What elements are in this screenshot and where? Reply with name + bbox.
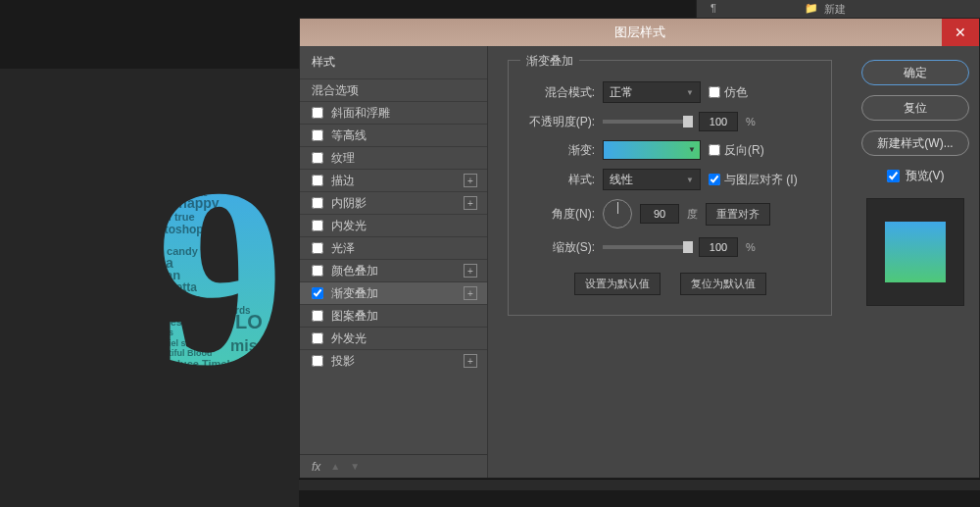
- opacity-slider[interactable]: [603, 120, 691, 124]
- effect-row[interactable]: 等高线: [300, 124, 487, 146]
- effect-label: 外发光: [331, 330, 367, 347]
- scale-label: 缩放(S):: [524, 239, 595, 256]
- svg-text:Shaggy didn: Shaggy didn: [176, 441, 241, 453]
- effect-row[interactable]: 光泽: [300, 236, 487, 259]
- svg-text:2008 Aletta: 2008 Aletta: [135, 280, 197, 294]
- ok-button[interactable]: 确定: [861, 60, 969, 85]
- gradient-picker[interactable]: ▼: [603, 140, 701, 160]
- align-label: 与图层对齐 (I): [724, 172, 798, 188]
- svg-text:reborn true: reborn true: [137, 211, 195, 223]
- effect-row[interactable]: 图案叠加: [300, 304, 487, 327]
- effect-checkbox[interactable]: [312, 197, 323, 209]
- bottom-edge: [299, 479, 980, 490]
- chevron-down-icon: ▼: [686, 88, 694, 97]
- svg-text:hello: hello: [137, 235, 159, 245]
- plus-icon[interactable]: +: [464, 354, 477, 368]
- effect-label: 光泽: [331, 240, 355, 257]
- chevron-down-icon: ▼: [688, 145, 696, 154]
- set-default-button[interactable]: 设置为默认值: [574, 273, 661, 295]
- wordart-layer: 9 touch Favorite Louishappy reborn true …: [127, 167, 314, 471]
- svg-text:OVERDOES: OVERDOES: [201, 392, 240, 399]
- type-icon: ¶: [710, 2, 716, 14]
- opacity-thumb[interactable]: [683, 116, 693, 127]
- dialog-titlebar[interactable]: 图层样式 ✕: [300, 19, 979, 46]
- effect-row[interactable]: 纹理: [300, 146, 487, 169]
- effect-row[interactable]: 内发光: [300, 214, 487, 236]
- effect-row[interactable]: 投影+: [300, 349, 487, 372]
- styles-list: 样式 混合选项 斜面和浮雕等高线纹理描边+内阴影+内发光光泽颜色叠加+渐变叠加+…: [300, 46, 488, 478]
- effect-checkbox[interactable]: [312, 332, 323, 344]
- top-panel: ¶ 📁 新建: [696, 0, 980, 18]
- effect-row[interactable]: 渐变叠加+: [300, 281, 487, 304]
- svg-text:Louishappy: Louishappy: [142, 195, 220, 211]
- effect-label: 纹理: [331, 150, 355, 167]
- preview-well: [866, 198, 964, 306]
- down-arrow-icon[interactable]: ▼: [350, 461, 360, 472]
- svg-text:seduce Timeles: seduce Timeles: [162, 358, 242, 370]
- svg-text:Gassiel shadow A: Gassiel shadow A: [147, 338, 222, 348]
- effect-row[interactable]: 外发光: [300, 327, 487, 349]
- degree-label: 度: [687, 207, 698, 222]
- svg-text:miss: miss: [230, 337, 267, 354]
- folder-icon: 📁: [805, 2, 818, 15]
- style-select[interactable]: 线性 ▼: [603, 169, 701, 190]
- fx-icon[interactable]: fx: [312, 460, 320, 474]
- close-button[interactable]: ✕: [942, 19, 979, 46]
- new-folder-label: 新建: [824, 2, 846, 17]
- effect-label: 颜色叠加: [331, 263, 378, 279]
- preview-swatch: [885, 222, 946, 282]
- blending-options-row[interactable]: 混合选项: [300, 78, 487, 101]
- layer-style-dialog: 图层样式 ✕ 样式 混合选项 斜面和浮雕等高线纹理描边+内阴影+内发光光泽颜色叠…: [299, 18, 980, 479]
- plus-icon[interactable]: +: [464, 174, 477, 187]
- blend-mode-select[interactable]: 正常 ▼: [603, 81, 701, 103]
- scale-input[interactable]: 100: [699, 237, 738, 257]
- blend-mode-label: 混合模式:: [524, 84, 595, 101]
- angle-input[interactable]: 90: [640, 204, 679, 224]
- effect-row[interactable]: 斜面和浮雕: [300, 101, 487, 124]
- effect-label: 等高线: [331, 127, 367, 144]
- reset-button[interactable]: 复位: [861, 95, 969, 121]
- gradient-label: 渐变:: [524, 142, 595, 159]
- effect-checkbox[interactable]: [312, 265, 323, 277]
- angle-dial[interactable]: [603, 199, 632, 228]
- effect-checkbox[interactable]: [312, 129, 323, 141]
- plus-icon[interactable]: +: [464, 196, 477, 210]
- svg-text:smile summer: smile summer: [181, 423, 247, 433]
- effect-row[interactable]: 颜色叠加+: [300, 259, 487, 281]
- scale-slider[interactable]: [603, 245, 691, 249]
- effect-checkbox[interactable]: [312, 355, 323, 367]
- effect-row[interactable]: 描边+: [300, 169, 487, 191]
- blending-options-label: 混合选项: [312, 82, 359, 99]
- opacity-input[interactable]: 100: [699, 112, 738, 131]
- effect-checkbox[interactable]: [312, 107, 323, 119]
- svg-text:steam: steam: [181, 399, 220, 415]
- preview-checkbox[interactable]: 预览(V): [887, 168, 945, 184]
- angle-label: 角度(N):: [524, 206, 595, 223]
- reverse-checkbox[interactable]: 反向(R): [709, 142, 764, 159]
- plus-icon[interactable]: +: [464, 264, 477, 278]
- effect-checkbox[interactable]: [312, 310, 323, 322]
- effect-label: 描边: [331, 173, 355, 189]
- effect-checkbox[interactable]: [312, 152, 323, 164]
- scale-thumb[interactable]: [683, 241, 693, 253]
- effect-checkbox[interactable]: [312, 175, 323, 186]
- effect-checkbox[interactable]: [312, 220, 323, 231]
- styles-header[interactable]: 样式: [300, 46, 487, 78]
- effect-checkbox[interactable]: [312, 242, 323, 254]
- gradient-overlay-panel: 渐变叠加 混合模式: 正常 ▼ 仿色 不透明度(P):: [488, 46, 852, 478]
- percent-label: %: [746, 241, 756, 253]
- align-layer-checkbox[interactable]: 与图层对齐 (I): [709, 172, 798, 188]
- dither-checkbox[interactable]: 仿色: [709, 84, 748, 101]
- preview-label: 预览(V): [906, 168, 945, 184]
- plus-icon[interactable]: +: [464, 286, 477, 300]
- effect-label: 投影: [331, 353, 355, 370]
- up-arrow-icon[interactable]: ▲: [330, 461, 340, 472]
- new-style-button[interactable]: 新建样式(W)...: [861, 130, 969, 156]
- svg-text:Goddess Tatum: Goddess Tatum: [142, 316, 223, 328]
- reset-default-button[interactable]: 复位为默认值: [680, 273, 766, 295]
- effect-checkbox[interactable]: [312, 287, 323, 299]
- blend-mode-value: 正常: [610, 84, 633, 101]
- effect-row[interactable]: 内阴影+: [300, 191, 487, 214]
- reset-align-button[interactable]: 重置对齐: [706, 203, 770, 226]
- dither-label: 仿色: [724, 84, 748, 101]
